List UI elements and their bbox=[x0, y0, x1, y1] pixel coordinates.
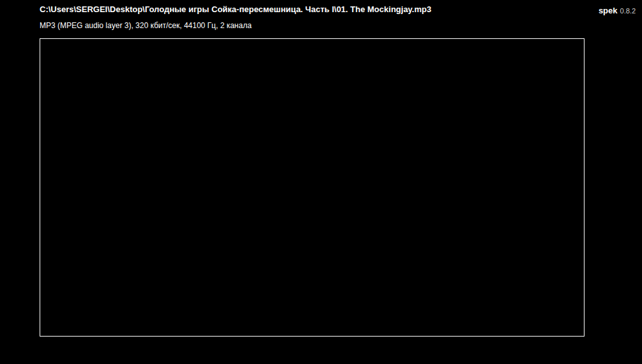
stream-info: MP3 (MPEG audio layer 3), 320 кбит/сек, … bbox=[40, 21, 252, 30]
legend-colorbar bbox=[591, 37, 599, 338]
app-brand: spek0.8.2 bbox=[599, 4, 636, 16]
app-name: spek bbox=[599, 6, 618, 15]
spectrogram-canvas bbox=[40, 39, 584, 336]
spek-window: C:\Users\SERGEI\Desktop\Голодные игры Со… bbox=[0, 0, 642, 364]
spectrogram-plot bbox=[40, 38, 585, 337]
app-version: 0.8.2 bbox=[620, 7, 636, 15]
file-path: C:\Users\SERGEI\Desktop\Голодные игры Со… bbox=[40, 4, 431, 14]
